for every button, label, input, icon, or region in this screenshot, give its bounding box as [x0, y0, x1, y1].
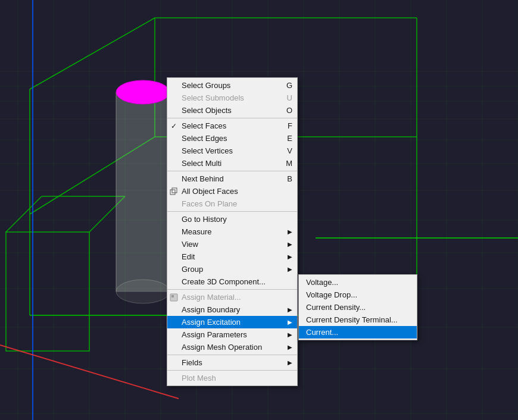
object-faces-icon: [170, 187, 179, 196]
create-3d-label: Create 3D Component...: [182, 277, 266, 286]
menu-select-faces[interactable]: ✓ Select Faces F: [167, 120, 297, 132]
svg-rect-54: [172, 188, 177, 193]
3d-viewport: Select Groups G Select Submodels U Selec…: [0, 0, 518, 420]
separator-1: [167, 118, 297, 118]
current-label: Current...: [306, 328, 338, 337]
select-submodels-shortcut: U: [275, 93, 292, 102]
group-label: Group: [182, 265, 203, 274]
view-label: View: [182, 240, 198, 249]
separator-3: [167, 211, 297, 212]
view-arrow: ▶: [276, 241, 292, 247]
current-density-label: Current Density...: [306, 303, 366, 312]
select-multi-label: Select Multi: [182, 159, 221, 168]
separator-2: [167, 171, 297, 171]
menu-assign-material: Assign Material...: [167, 291, 297, 303]
measure-label: Measure: [182, 227, 212, 236]
assign-mesh-arrow: ▶: [276, 344, 292, 350]
menu-select-groups[interactable]: Select Groups G: [167, 79, 297, 92]
go-to-history-label: Go to History: [182, 215, 227, 224]
menu-select-edges[interactable]: Select Edges E: [167, 132, 297, 145]
measure-arrow: ▶: [276, 228, 292, 235]
svg-rect-46: [116, 92, 170, 292]
select-groups-label: Select Groups: [182, 81, 230, 90]
assign-mesh-label: Assign Mesh Operation: [182, 343, 262, 352]
select-objects-label: Select Objects: [182, 106, 232, 115]
voltage-drop-label: Voltage Drop...: [306, 290, 357, 299]
check-icon: ✓: [171, 122, 177, 130]
svg-point-47: [116, 80, 170, 104]
voltage-label: Voltage...: [306, 278, 338, 287]
material-icon: [170, 293, 179, 302]
assign-excitation-submenu[interactable]: Voltage... Voltage Drop... Current Densi…: [298, 274, 417, 340]
next-behind-label: Next Behind: [182, 174, 224, 183]
menu-view[interactable]: View ▶: [167, 238, 297, 250]
select-edges-shortcut: E: [275, 134, 292, 143]
menu-fields[interactable]: Fields ▶: [167, 356, 297, 369]
assign-boundary-arrow: ▶: [276, 306, 292, 313]
assign-material-label: Assign Material...: [182, 293, 241, 302]
select-edges-label: Select Edges: [182, 134, 227, 143]
select-submodels-label: Select Submodels: [182, 93, 244, 102]
select-vertices-shortcut: V: [275, 146, 292, 155]
all-object-faces-label: All Object Faces: [182, 187, 238, 196]
edit-arrow: ▶: [276, 253, 292, 260]
menu-measure[interactable]: Measure ▶: [167, 225, 297, 238]
select-multi-shortcut: M: [274, 159, 292, 168]
menu-select-multi[interactable]: Select Multi M: [167, 157, 297, 170]
menu-assign-boundary[interactable]: Assign Boundary ▶: [167, 303, 297, 316]
menu-assign-excitation[interactable]: Assign Excitation ▶: [167, 316, 297, 328]
group-arrow: ▶: [276, 266, 292, 272]
assign-parameters-label: Assign Parameters: [182, 330, 247, 339]
submenu-current-density[interactable]: Current Density...: [299, 301, 417, 314]
separator-6: [167, 370, 297, 371]
select-faces-shortcut: F: [276, 121, 292, 130]
next-behind-shortcut: B: [275, 174, 292, 183]
fields-label: Fields: [182, 358, 202, 367]
menu-plot-mesh: Plot Mesh: [167, 372, 297, 384]
menu-edit[interactable]: Edit ▶: [167, 250, 297, 263]
submenu-current-density-terminal[interactable]: Current Density Terminal...: [299, 314, 417, 326]
menu-next-behind[interactable]: Next Behind B: [167, 173, 297, 185]
current-density-terminal-label: Current Density Terminal...: [306, 315, 398, 324]
menu-select-submodels: Select Submodels U: [167, 92, 297, 104]
select-objects-shortcut: O: [274, 106, 292, 115]
plot-mesh-label: Plot Mesh: [182, 374, 216, 383]
fields-arrow: ▶: [276, 359, 292, 366]
select-faces-label: Select Faces: [182, 121, 226, 130]
faces-on-plane-label: Faces On Plane: [182, 199, 237, 208]
separator-5: [167, 355, 297, 355]
svg-rect-56: [171, 295, 174, 297]
menu-all-object-faces[interactable]: All Object Faces: [167, 185, 297, 198]
assign-boundary-label: Assign Boundary: [182, 305, 240, 314]
menu-assign-parameters[interactable]: Assign Parameters ▶: [167, 328, 297, 341]
assign-excitation-label: Assign Excitation: [182, 318, 241, 327]
submenu-current[interactable]: Current...: [299, 326, 417, 338]
assign-excitation-arrow: ▶: [276, 319, 292, 325]
context-menu-wrapper: Select Groups G Select Submodels U Selec…: [167, 77, 298, 386]
select-groups-shortcut: G: [274, 81, 292, 90]
menu-group[interactable]: Group ▶: [167, 263, 297, 275]
menu-faces-on-plane: Faces On Plane: [167, 198, 297, 210]
menu-go-to-history[interactable]: Go to History: [167, 213, 297, 225]
menu-select-vertices[interactable]: Select Vertices V: [167, 145, 297, 157]
menu-create-3d-component[interactable]: Create 3D Component...: [167, 275, 297, 288]
select-vertices-label: Select Vertices: [182, 146, 233, 155]
submenu-voltage-drop[interactable]: Voltage Drop...: [299, 289, 417, 301]
edit-label: Edit: [182, 252, 195, 261]
menu-select-objects[interactable]: Select Objects O: [167, 104, 297, 117]
context-menu[interactable]: Select Groups G Select Submodels U Selec…: [167, 77, 298, 386]
svg-rect-53: [170, 190, 175, 195]
separator-4: [167, 289, 297, 290]
menu-assign-mesh-operation[interactable]: Assign Mesh Operation ▶: [167, 341, 297, 353]
submenu-voltage[interactable]: Voltage...: [299, 276, 417, 289]
assign-parameters-arrow: ▶: [276, 331, 292, 338]
